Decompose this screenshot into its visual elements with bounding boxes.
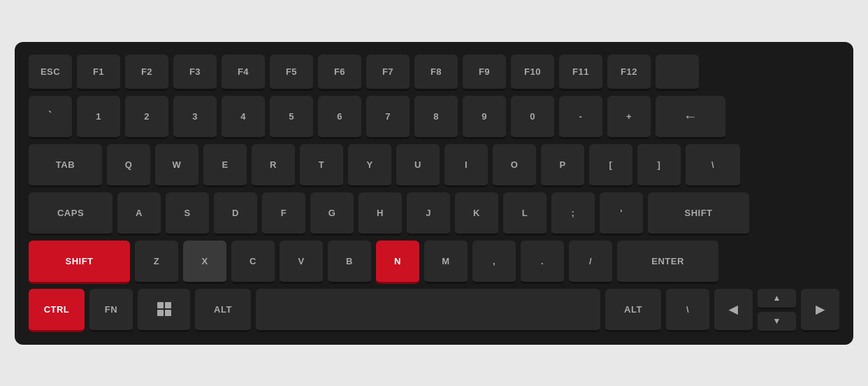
bottom-row: CTRL FN ALT ALT \ ◀ ▲ ▼ ▶ [29,289,839,332]
key-i[interactable]: I [444,144,488,187]
key-arrow-up[interactable]: ▲ [758,289,796,309]
key-f9[interactable]: F9 [463,55,506,91]
key-l[interactable]: L [503,192,547,236]
key-f6[interactable]: F6 [318,55,361,91]
caps-row: CAPS A S D F G H J K L ; ' SHIFT [29,192,839,236]
number-row: ` 1 2 3 4 5 6 7 8 9 0 - + ← [29,96,839,139]
key-3[interactable]: 3 [173,96,217,139]
key-arrow-down[interactable]: ▼ [758,312,796,332]
key-u[interactable]: U [396,144,440,187]
fn-row: Esc F1 F2 F3 F4 F5 F6 F7 F8 F9 F10 F11 F… [29,55,839,91]
key-y[interactable]: Y [348,144,391,187]
key-rbracket[interactable]: ] [637,144,681,187]
key-r[interactable]: R [252,144,295,187]
key-4[interactable]: 4 [222,96,265,139]
windows-icon [157,302,171,316]
key-q[interactable]: Q [107,144,150,187]
key-shift-left[interactable]: SHIFT [29,241,130,284]
key-f[interactable]: F [262,192,305,236]
key-caps[interactable]: CAPS [29,192,113,236]
key-semicolon[interactable]: ; [551,192,595,236]
key-slash[interactable]: / [569,241,612,284]
key-period[interactable]: . [521,241,564,284]
key-backslash[interactable]: \ [686,144,740,187]
key-enter[interactable]: ENTER [617,241,718,284]
key-backtick[interactable]: ` [29,96,72,139]
key-f7[interactable]: F7 [366,55,410,91]
key-esc[interactable]: Esc [29,55,72,91]
key-s[interactable]: S [166,192,209,236]
key-5[interactable]: 5 [270,96,313,139]
key-space[interactable] [256,289,600,332]
key-f11[interactable]: F11 [559,55,602,91]
key-f5[interactable]: F5 [270,55,313,91]
key-v[interactable]: V [280,241,323,284]
key-f1[interactable]: F1 [77,55,120,91]
key-t[interactable]: T [300,144,343,187]
key-f2[interactable]: F2 [125,55,168,91]
key-8[interactable]: 8 [414,96,458,139]
key-alt-right[interactable]: ALT [605,289,661,332]
key-w[interactable]: W [155,144,198,187]
key-f10[interactable]: F10 [511,55,554,91]
key-e[interactable]: E [203,144,247,187]
key-k[interactable]: K [455,192,498,236]
key-0[interactable]: 0 [511,96,554,139]
key-comma[interactable]: , [472,241,516,284]
key-arrow-right[interactable]: ▶ [801,289,839,332]
key-x[interactable]: X [183,241,226,284]
key-6[interactable]: 6 [318,96,361,139]
key-f8[interactable]: F8 [414,55,458,91]
key-fn-extra[interactable] [656,55,699,91]
key-fn[interactable]: FN [89,289,133,332]
keyboard: Esc F1 F2 F3 F4 F5 F6 F7 F8 F9 F10 F11 F… [15,42,853,345]
arrow-up-down-col: ▲ ▼ [758,289,796,332]
key-d[interactable]: D [214,192,257,236]
key-plus[interactable]: + [607,96,651,139]
key-p[interactable]: P [541,144,584,187]
key-f3[interactable]: F3 [173,55,217,91]
key-minus[interactable]: - [559,96,602,139]
key-tab[interactable]: TAB [29,144,102,187]
key-arrow-left[interactable]: ◀ [714,289,753,332]
key-z[interactable]: Z [135,241,178,284]
key-backspace[interactable]: ← [656,96,725,139]
key-f12[interactable]: F12 [607,55,651,91]
shift-row: SHIFT Z X C V B N M , . / ENTER [29,241,839,284]
key-g[interactable]: G [310,192,354,236]
key-a[interactable]: A [117,192,161,236]
key-n[interactable]: N [376,241,419,284]
key-2[interactable]: 2 [125,96,168,139]
key-9[interactable]: 9 [463,96,506,139]
key-alt-left[interactable]: ALT [195,289,251,332]
key-backslash-bottom[interactable]: \ [666,289,709,332]
qwerty-row: TAB Q W E R T Y U I O P [ ] \ [29,144,839,187]
key-quote[interactable]: ' [600,192,643,236]
key-j[interactable]: J [407,192,450,236]
key-m[interactable]: M [424,241,468,284]
key-1[interactable]: 1 [77,96,120,139]
key-h[interactable]: H [359,192,402,236]
key-o[interactable]: O [493,144,536,187]
key-ctrl[interactable]: CTRL [29,289,85,332]
key-f4[interactable]: F4 [222,55,265,91]
key-win[interactable] [138,289,190,332]
key-lbracket[interactable]: [ [589,144,632,187]
key-c[interactable]: C [231,241,275,284]
key-b[interactable]: B [328,241,371,284]
key-7[interactable]: 7 [366,96,410,139]
key-shift-right-caps-row[interactable]: SHIFT [648,192,749,236]
